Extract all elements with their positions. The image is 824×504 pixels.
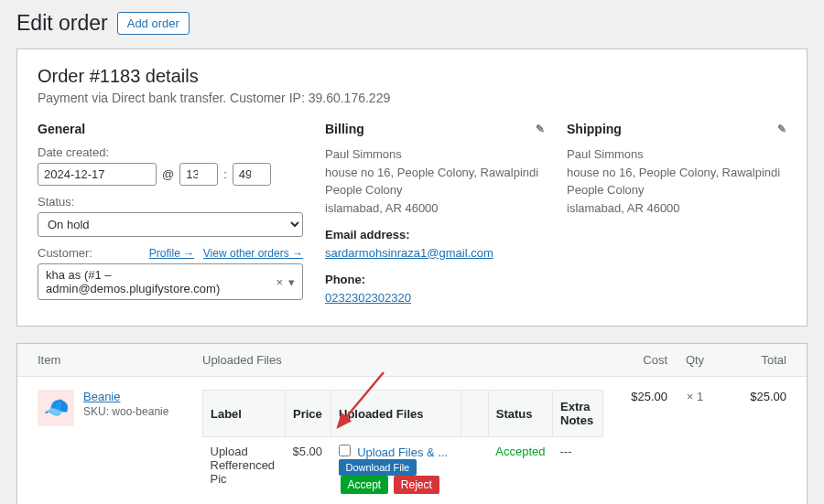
download-file-button[interactable]: Download File xyxy=(339,459,417,476)
customer-label: Customer: xyxy=(38,246,92,260)
general-heading: General xyxy=(38,122,303,136)
shipping-line3: islamabad, AR 46000 xyxy=(567,199,786,218)
file-status: Accepted xyxy=(488,437,552,502)
billing-name: Paul Simmons xyxy=(325,145,545,164)
row-price: $5.00 xyxy=(286,437,331,505)
th-files: Uploaded Files xyxy=(331,391,461,437)
th-qty: Qty xyxy=(667,353,722,367)
email-label: Email address: xyxy=(325,226,545,244)
status-select[interactable]: On hold xyxy=(38,212,303,237)
status-label: Status: xyxy=(38,195,303,209)
th-label: Label xyxy=(203,391,286,437)
item-cost: $25.00 xyxy=(603,390,667,504)
item-total: $25.00 xyxy=(722,390,786,504)
minute-input[interactable] xyxy=(233,163,271,186)
billing-line1: house no 16, People Colony, Rawalpindi xyxy=(325,164,545,182)
file-checkbox[interactable] xyxy=(339,445,351,456)
clear-icon[interactable]: × xyxy=(276,275,283,289)
accept-button[interactable]: Accept xyxy=(341,476,389,494)
th-item: Item xyxy=(38,353,202,367)
chevron-down-icon[interactable]: ▾ xyxy=(288,275,295,289)
billing-heading: Billing xyxy=(325,122,364,136)
hour-input[interactable] xyxy=(179,163,218,186)
th-cost: Cost xyxy=(603,353,667,367)
shipping-heading: Shipping xyxy=(567,122,622,136)
page-title: Edit order xyxy=(16,11,108,36)
th-notes: Extra Notes xyxy=(553,391,603,437)
th-total: Total xyxy=(722,353,786,367)
file-name-link[interactable]: Upload Files & ... xyxy=(357,445,448,459)
file-row: Upload Refferenced Pic $5.00 Upload File… xyxy=(203,437,603,502)
billing-line3: islamabad, AR 46000 xyxy=(325,199,545,218)
uploaded-files-table: Label Price Uploaded Files Status Extra … xyxy=(202,390,603,504)
profile-link[interactable]: Profile → xyxy=(149,247,194,260)
row-label: Upload Refferenced Pic xyxy=(203,437,286,505)
view-other-orders-link[interactable]: View other orders → xyxy=(203,247,303,260)
at-symbol: @ xyxy=(162,167,174,181)
product-thumbnail: 🧢 xyxy=(38,390,74,426)
shipping-line2: People Colony xyxy=(567,181,786,199)
items-card: Item Uploaded Files Cost Qty Total 🧢 Bea… xyxy=(16,343,808,504)
order-title: Order #1183 details xyxy=(38,66,786,87)
billing-line2: People Colony xyxy=(325,181,545,199)
phone-label: Phone: xyxy=(325,271,545,289)
order-details-card: Order #1183 details Payment via Direct b… xyxy=(16,48,808,327)
billing-email-link[interactable]: sardarmohsinraza1@gmail.com xyxy=(325,246,493,260)
date-created-input[interactable] xyxy=(38,163,157,186)
beanie-icon: 🧢 xyxy=(44,396,69,420)
th-price: Price xyxy=(286,391,331,437)
shipping-name: Paul Simmons xyxy=(567,145,786,164)
th-uploaded-files: Uploaded Files xyxy=(202,353,603,367)
reject-button[interactable]: Reject xyxy=(394,476,439,494)
product-name-link[interactable]: Beanie xyxy=(83,390,120,403)
add-order-button[interactable]: Add order xyxy=(117,12,190,35)
th-status: Status xyxy=(488,391,552,437)
order-subtitle: Payment via Direct bank transfer. Custom… xyxy=(38,91,786,105)
customer-select[interactable]: kha as (#1 – admin@demos.plugifystore.co… xyxy=(38,263,303,300)
shipping-line1: house no 16, People Colony, Rawalpindi xyxy=(567,164,786,182)
item-qty: × 1 xyxy=(667,390,722,504)
date-created-label: Date created: xyxy=(38,145,303,159)
edit-shipping-icon[interactable]: ✎ xyxy=(777,123,786,135)
edit-billing-icon[interactable]: ✎ xyxy=(536,123,545,135)
file-notes: --- xyxy=(553,437,603,502)
billing-phone-link[interactable]: 0232302302320 xyxy=(325,291,411,305)
